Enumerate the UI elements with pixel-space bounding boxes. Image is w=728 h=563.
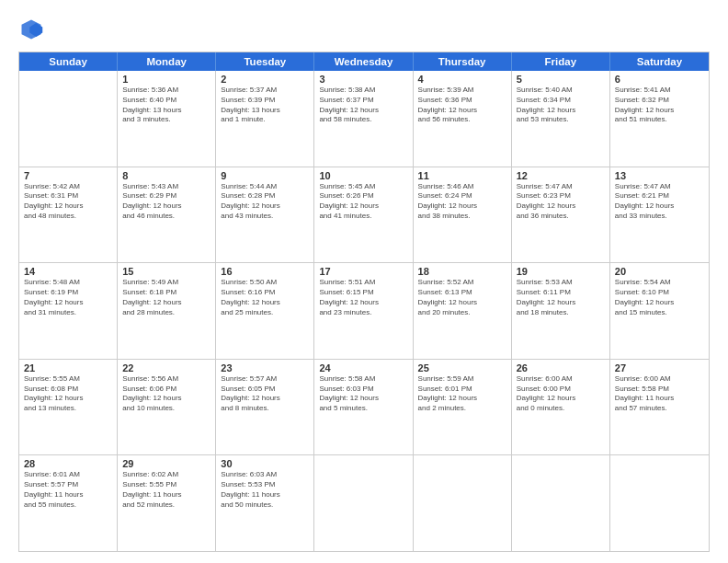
day-cell-27: 27Sunrise: 6:00 AM Sunset: 5:58 PM Dayli… <box>610 360 709 455</box>
day-cell-15: 15Sunrise: 5:49 AM Sunset: 6:18 PM Dayli… <box>118 263 216 359</box>
day-cell-26: 26Sunrise: 6:00 AM Sunset: 6:00 PM Dayli… <box>512 360 610 455</box>
day-cell-12: 12Sunrise: 5:47 AM Sunset: 6:23 PM Dayli… <box>512 167 610 263</box>
day-info: Sunrise: 5:56 AM Sunset: 6:06 PM Dayligh… <box>122 374 210 414</box>
day-number: 17 <box>319 266 407 277</box>
day-number: 5 <box>517 74 605 85</box>
day-cell-17: 17Sunrise: 5:51 AM Sunset: 6:15 PM Dayli… <box>314 263 413 359</box>
day-info: Sunrise: 5:36 AM Sunset: 6:40 PM Dayligh… <box>122 86 210 125</box>
day-cell-8: 8Sunrise: 5:43 AM Sunset: 6:29 PM Daylig… <box>118 167 216 263</box>
day-cell-19: 19Sunrise: 5:53 AM Sunset: 6:11 PM Dayli… <box>512 263 610 359</box>
day-info: Sunrise: 5:40 AM Sunset: 6:34 PM Dayligh… <box>517 86 605 125</box>
day-info: Sunrise: 5:44 AM Sunset: 6:28 PM Dayligh… <box>221 182 309 222</box>
day-info: Sunrise: 6:00 AM Sunset: 5:58 PM Dayligh… <box>615 374 704 414</box>
day-number: 13 <box>615 170 704 181</box>
day-info: Sunrise: 5:47 AM Sunset: 6:23 PM Dayligh… <box>517 182 605 222</box>
day-cell-16: 16Sunrise: 5:50 AM Sunset: 6:16 PM Dayli… <box>216 263 314 359</box>
day-header-saturday: Saturday <box>610 52 709 71</box>
day-number: 22 <box>122 362 210 373</box>
day-cell-13: 13Sunrise: 5:47 AM Sunset: 6:21 PM Dayli… <box>610 167 709 263</box>
week-row-2: 7Sunrise: 5:42 AM Sunset: 6:31 PM Daylig… <box>19 167 709 264</box>
day-info: Sunrise: 5:37 AM Sunset: 6:39 PM Dayligh… <box>221 86 309 125</box>
day-info: Sunrise: 5:41 AM Sunset: 6:32 PM Dayligh… <box>615 86 704 125</box>
day-cell-22: 22Sunrise: 5:56 AM Sunset: 6:06 PM Dayli… <box>118 360 216 455</box>
day-number: 21 <box>24 362 112 373</box>
day-cell-3: 3Sunrise: 5:38 AM Sunset: 6:37 PM Daylig… <box>314 71 413 167</box>
day-info: Sunrise: 6:01 AM Sunset: 5:57 PM Dayligh… <box>24 470 112 510</box>
day-cell-14: 14Sunrise: 5:48 AM Sunset: 6:19 PM Dayli… <box>19 263 118 359</box>
empty-cell <box>19 71 118 167</box>
day-number: 3 <box>319 74 407 85</box>
day-info: Sunrise: 5:59 AM Sunset: 6:01 PM Dayligh… <box>418 374 506 414</box>
empty-cell <box>314 455 413 551</box>
day-header-monday: Monday <box>118 52 216 71</box>
day-cell-25: 25Sunrise: 5:59 AM Sunset: 6:01 PM Dayli… <box>414 360 512 455</box>
day-info: Sunrise: 5:53 AM Sunset: 6:11 PM Dayligh… <box>517 278 605 317</box>
day-info: Sunrise: 6:00 AM Sunset: 6:00 PM Dayligh… <box>517 374 605 414</box>
day-info: Sunrise: 5:47 AM Sunset: 6:21 PM Dayligh… <box>615 182 704 222</box>
day-info: Sunrise: 5:54 AM Sunset: 6:10 PM Dayligh… <box>615 278 704 317</box>
day-info: Sunrise: 5:51 AM Sunset: 6:15 PM Dayligh… <box>319 278 407 317</box>
day-number: 23 <box>221 362 309 373</box>
day-number: 30 <box>221 458 309 469</box>
day-number: 25 <box>418 362 506 373</box>
day-info: Sunrise: 5:52 AM Sunset: 6:13 PM Dayligh… <box>418 278 506 317</box>
day-number: 11 <box>418 170 506 181</box>
day-header-sunday: Sunday <box>19 52 118 71</box>
day-number: 14 <box>24 266 112 277</box>
day-number: 9 <box>221 170 309 181</box>
day-number: 16 <box>221 266 309 277</box>
day-info: Sunrise: 5:55 AM Sunset: 6:08 PM Dayligh… <box>24 374 112 414</box>
day-number: 19 <box>517 266 605 277</box>
day-number: 20 <box>615 266 704 277</box>
empty-cell <box>610 455 709 551</box>
page: SundayMondayTuesdayWednesdayThursdayFrid… <box>0 0 728 563</box>
day-info: Sunrise: 5:49 AM Sunset: 6:18 PM Dayligh… <box>122 278 210 317</box>
day-number: 29 <box>122 458 210 469</box>
day-number: 27 <box>615 362 704 373</box>
day-number: 2 <box>221 74 309 85</box>
day-info: Sunrise: 5:45 AM Sunset: 6:26 PM Dayligh… <box>319 182 407 222</box>
day-cell-5: 5Sunrise: 5:40 AM Sunset: 6:34 PM Daylig… <box>512 71 610 167</box>
day-info: Sunrise: 5:57 AM Sunset: 6:05 PM Dayligh… <box>221 374 309 414</box>
empty-cell <box>512 455 610 551</box>
day-info: Sunrise: 5:38 AM Sunset: 6:37 PM Dayligh… <box>319 86 407 125</box>
day-cell-4: 4Sunrise: 5:39 AM Sunset: 6:36 PM Daylig… <box>414 71 512 167</box>
day-number: 10 <box>319 170 407 181</box>
day-header-thursday: Thursday <box>414 52 512 71</box>
day-cell-7: 7Sunrise: 5:42 AM Sunset: 6:31 PM Daylig… <box>19 167 118 263</box>
day-cell-10: 10Sunrise: 5:45 AM Sunset: 6:26 PM Dayli… <box>314 167 413 263</box>
day-number: 28 <box>24 458 112 469</box>
day-cell-9: 9Sunrise: 5:44 AM Sunset: 6:28 PM Daylig… <box>216 167 314 263</box>
day-info: Sunrise: 5:58 AM Sunset: 6:03 PM Dayligh… <box>319 374 407 414</box>
logo <box>18 17 48 42</box>
day-header-tuesday: Tuesday <box>216 52 314 71</box>
day-number: 4 <box>418 74 506 85</box>
day-info: Sunrise: 5:46 AM Sunset: 6:24 PM Dayligh… <box>418 182 506 222</box>
day-cell-21: 21Sunrise: 5:55 AM Sunset: 6:08 PM Dayli… <box>19 360 118 455</box>
calendar: SundayMondayTuesdayWednesdayThursdayFrid… <box>18 52 710 552</box>
day-cell-18: 18Sunrise: 5:52 AM Sunset: 6:13 PM Dayli… <box>414 263 512 359</box>
day-info: Sunrise: 5:39 AM Sunset: 6:36 PM Dayligh… <box>418 86 506 125</box>
week-row-1: 1Sunrise: 5:36 AM Sunset: 6:40 PM Daylig… <box>19 71 709 167</box>
logo-icon <box>18 17 44 42</box>
day-number: 12 <box>517 170 605 181</box>
day-info: Sunrise: 5:48 AM Sunset: 6:19 PM Dayligh… <box>24 278 112 317</box>
day-number: 24 <box>319 362 407 373</box>
day-cell-1: 1Sunrise: 5:36 AM Sunset: 6:40 PM Daylig… <box>118 71 216 167</box>
day-info: Sunrise: 6:02 AM Sunset: 5:55 PM Dayligh… <box>122 470 210 510</box>
day-cell-2: 2Sunrise: 5:37 AM Sunset: 6:39 PM Daylig… <box>216 71 314 167</box>
day-info: Sunrise: 5:42 AM Sunset: 6:31 PM Dayligh… <box>24 182 112 222</box>
day-info: Sunrise: 5:43 AM Sunset: 6:29 PM Dayligh… <box>122 182 210 222</box>
calendar-header: SundayMondayTuesdayWednesdayThursdayFrid… <box>19 52 709 71</box>
day-number: 7 <box>24 170 112 181</box>
day-number: 6 <box>615 74 704 85</box>
day-info: Sunrise: 5:50 AM Sunset: 6:16 PM Dayligh… <box>221 278 309 317</box>
day-header-wednesday: Wednesday <box>314 52 413 71</box>
day-number: 1 <box>122 74 210 85</box>
day-cell-29: 29Sunrise: 6:02 AM Sunset: 5:55 PM Dayli… <box>118 455 216 551</box>
day-header-friday: Friday <box>512 52 610 71</box>
week-row-3: 14Sunrise: 5:48 AM Sunset: 6:19 PM Dayli… <box>19 263 709 360</box>
empty-cell <box>414 455 512 551</box>
day-cell-28: 28Sunrise: 6:01 AM Sunset: 5:57 PM Dayli… <box>19 455 118 551</box>
calendar-body: 1Sunrise: 5:36 AM Sunset: 6:40 PM Daylig… <box>19 71 709 551</box>
